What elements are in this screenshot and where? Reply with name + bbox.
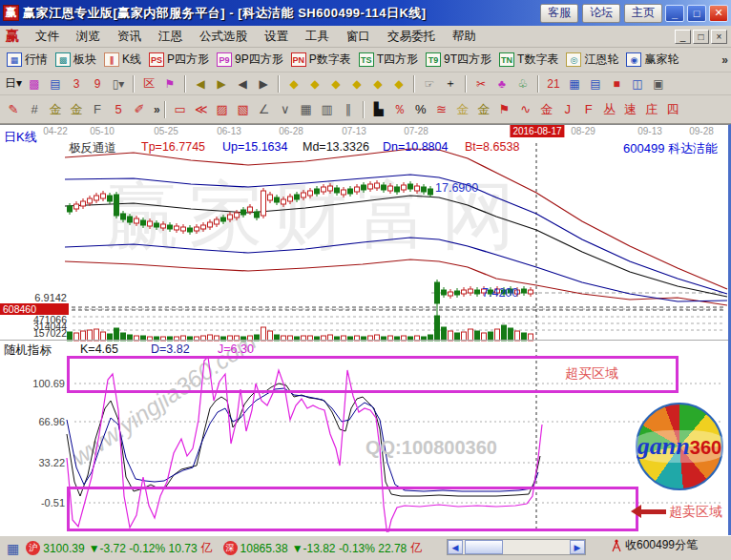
mdi-minimize-button[interactable]: _ bbox=[675, 30, 691, 44]
gann-tool-5[interactable]: ∨ bbox=[276, 100, 295, 118]
gann-tool-7[interactable]: ▥ bbox=[318, 100, 337, 118]
draw-tool-0[interactable]: ✎ bbox=[4, 100, 23, 118]
tool-icon-20[interactable]: ✂ bbox=[471, 74, 491, 93]
draw-tool-2[interactable]: 金 bbox=[46, 100, 65, 118]
tool-icon-9[interactable]: ▶ bbox=[212, 74, 231, 93]
tool-icon-1[interactable]: ▩ bbox=[25, 74, 44, 93]
analysis-tool-12[interactable]: 速 bbox=[621, 100, 640, 118]
tool-icon-28[interactable]: ▣ bbox=[649, 74, 668, 93]
tool-icon-5[interactable]: ▯▾ bbox=[109, 74, 128, 93]
tool-icon-13[interactable]: ◆ bbox=[305, 74, 324, 93]
menu-item-交易委托[interactable]: 交易委托 bbox=[379, 27, 444, 47]
tool-icon-25[interactable]: ▤ bbox=[586, 74, 605, 93]
menu-item-帮助[interactable]: 帮助 bbox=[444, 27, 485, 47]
quick-button-2[interactable]: 主页 bbox=[624, 4, 662, 23]
tool-icon-16[interactable]: ◆ bbox=[368, 74, 387, 93]
menu-item-工具[interactable]: 工具 bbox=[297, 27, 338, 47]
toolbar-button-板块[interactable]: ▩板块 bbox=[52, 51, 100, 69]
drawtool-overflow-icon[interactable]: » bbox=[154, 103, 160, 116]
tool-icon-23[interactable]: 21 bbox=[544, 74, 563, 93]
gann-tool-6[interactable]: ▦ bbox=[297, 100, 316, 118]
analysis-tool-10[interactable]: F bbox=[579, 100, 598, 118]
close-button[interactable]: ✕ bbox=[709, 5, 728, 22]
tool-icon-6[interactable]: 区 bbox=[139, 74, 158, 93]
maximize-button[interactable]: □ bbox=[687, 5, 706, 22]
quick-button-0[interactable]: 客服 bbox=[540, 4, 578, 23]
quote-grid-icon[interactable]: ▦ bbox=[7, 541, 19, 556]
analysis-tool-2[interactable]: % bbox=[411, 100, 430, 118]
gann-tool-3[interactable]: ▧ bbox=[234, 100, 253, 118]
menu-item-资讯[interactable]: 资讯 bbox=[109, 27, 150, 47]
mdi-close-button[interactable]: × bbox=[711, 30, 727, 44]
analysis-tool-9[interactable]: J bbox=[558, 100, 577, 118]
行情-icon: ▦ bbox=[7, 52, 22, 67]
tool-icon-26[interactable]: ■ bbox=[607, 74, 626, 93]
analysis-tool-13[interactable]: 庄 bbox=[642, 100, 661, 118]
tool-icon-15[interactable]: ◆ bbox=[347, 74, 366, 93]
tool-icon-2[interactable]: ▤ bbox=[46, 74, 65, 93]
toolbar-button-T数字表[interactable]: TNT数字表 bbox=[495, 51, 562, 69]
toolbar-button-赢家轮[interactable]: ◉赢家轮 bbox=[622, 51, 682, 69]
tool-icon-27[interactable]: ◫ bbox=[628, 74, 647, 93]
tool-icon-12[interactable]: ◆ bbox=[284, 74, 303, 93]
tool-icon-8[interactable]: ◀ bbox=[191, 74, 210, 93]
menu-item-设置[interactable]: 设置 bbox=[256, 27, 297, 47]
quick-button-1[interactable]: 论坛 bbox=[582, 4, 620, 23]
tool-icon-10[interactable]: ◀ bbox=[233, 74, 252, 93]
menu-item-窗口[interactable]: 窗口 bbox=[338, 27, 379, 47]
scroll-left-icon[interactable]: ◀ bbox=[448, 540, 463, 554]
draw-tool-4[interactable]: F bbox=[88, 100, 107, 118]
tool-icon-24[interactable]: ▦ bbox=[565, 74, 584, 93]
tool-icon-21[interactable]: ♣ bbox=[492, 74, 512, 93]
draw-tool-1[interactable]: # bbox=[25, 100, 44, 118]
minimize-button[interactable]: _ bbox=[665, 5, 684, 22]
analysis-tool-3[interactable]: ≊ bbox=[432, 100, 451, 118]
toolbar-button-K线[interactable]: ∥K线 bbox=[100, 51, 145, 69]
toolbar-button-9T四方形[interactable]: T99T四方形 bbox=[422, 51, 495, 69]
toolbar-button-行情[interactable]: ▦行情 bbox=[3, 51, 52, 69]
price-axis-label: 6.9142 bbox=[0, 293, 67, 302]
toolbar-button-江恩轮[interactable]: ◎江恩轮 bbox=[562, 51, 622, 69]
analysis-tool-8[interactable]: 金 bbox=[537, 100, 556, 118]
menu-item-江恩[interactable]: 江恩 bbox=[150, 27, 191, 47]
tool-icon-22[interactable]: ♧ bbox=[513, 74, 533, 93]
date-tick: 04-22 bbox=[43, 126, 68, 136]
tool-icon-19[interactable]: ＋ bbox=[441, 74, 460, 93]
analysis-tool-1[interactable]: ％ bbox=[390, 100, 409, 118]
analysis-tool-11[interactable]: 丛 bbox=[600, 100, 619, 118]
menu-item-浏览[interactable]: 浏览 bbox=[68, 27, 109, 47]
analysis-tool-7[interactable]: ∿ bbox=[516, 100, 535, 118]
horizontal-scrollbar[interactable]: ◀ ▶ bbox=[447, 539, 586, 555]
toolbar-button-P数字表[interactable]: PNP数字表 bbox=[287, 51, 355, 69]
gann-tool-0[interactable]: ▭ bbox=[171, 100, 190, 118]
analysis-tool-4[interactable]: 金 bbox=[453, 100, 472, 118]
menu-item-文件[interactable]: 文件 bbox=[27, 27, 68, 47]
analysis-tool-0[interactable]: ▙ bbox=[369, 100, 388, 118]
gann-tool-4[interactable]: ∠ bbox=[255, 100, 274, 118]
analysis-tool-14[interactable]: 四 bbox=[663, 100, 682, 118]
analysis-tool-5[interactable]: 金 bbox=[474, 100, 493, 118]
toolbar-overflow-icon[interactable]: » bbox=[721, 53, 728, 67]
tool-icon-4[interactable]: 9 bbox=[88, 74, 107, 93]
tool-icon-14[interactable]: ◆ bbox=[326, 74, 345, 93]
gann-tool-1[interactable]: ≪ bbox=[192, 100, 211, 118]
scrollbar-thumb[interactable] bbox=[465, 540, 503, 554]
tool-icon-11[interactable]: ▶ bbox=[254, 74, 273, 93]
gann-tool-8[interactable]: ∥ bbox=[339, 100, 358, 118]
scroll-right-icon[interactable]: ▶ bbox=[570, 540, 585, 554]
toolbar-button-T四方形[interactable]: TST四方形 bbox=[355, 51, 422, 69]
tool-icon-3[interactable]: 3 bbox=[67, 74, 86, 93]
mdi-restore-button[interactable]: □ bbox=[693, 30, 709, 44]
analysis-tool-6[interactable]: ⚑ bbox=[495, 100, 514, 118]
toolbar-button-P四方形[interactable]: PSP四方形 bbox=[145, 51, 213, 69]
tool-icon-7[interactable]: ⚑ bbox=[160, 74, 179, 93]
tool-icon-18[interactable]: ☞ bbox=[420, 74, 439, 93]
gann-tool-2[interactable]: ▨ bbox=[213, 100, 232, 118]
draw-tool-5[interactable]: 5 bbox=[109, 100, 128, 118]
tool-icon-17[interactable]: ◆ bbox=[389, 74, 408, 93]
menu-item-公式选股[interactable]: 公式选股 bbox=[191, 27, 256, 47]
tool-icon-0[interactable]: 日▾ bbox=[4, 74, 23, 93]
toolbar-button-9P四方形[interactable]: P99P四方形 bbox=[213, 51, 287, 69]
draw-tool-6[interactable]: ✐ bbox=[130, 100, 149, 118]
draw-tool-3[interactable]: 金 bbox=[67, 100, 86, 118]
